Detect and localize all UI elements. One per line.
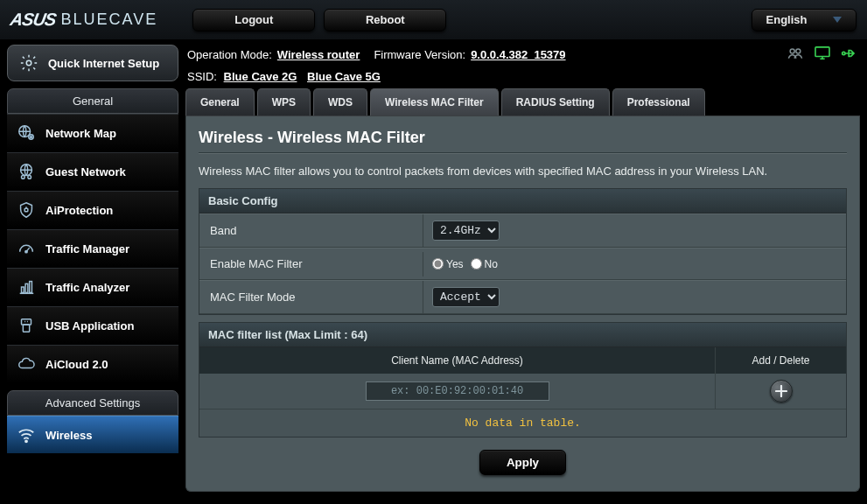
svg-point-1 [26,60,31,66]
fw-label: Firmware Version: [374,48,465,61]
usb-icon [16,315,37,336]
enable-mac-label: Enable MAC Filter [199,248,423,279]
ssid-label: SSID: [187,70,217,83]
svg-point-15 [25,440,27,442]
network-status-icon[interactable] [815,46,830,63]
svg-point-16 [790,49,794,53]
sidebar-item-network-map[interactable]: Network Map [7,114,178,152]
no-data-message: No data in table. [199,409,846,437]
globe-users-icon [16,161,37,182]
mac-input-row [199,374,846,409]
sidebar-item-traffic-analyzer[interactable]: Traffic Analyzer [7,268,178,306]
wifi-icon [16,424,37,445]
radio-no[interactable] [471,258,482,270]
filter-mode-select[interactable]: Accept [432,287,500,307]
ssid-2-link[interactable]: Blue Cave 5G [307,70,381,83]
svg-point-7 [28,176,31,179]
sidebar-item-wireless[interactable]: Wireless [7,416,178,454]
op-mode-link[interactable]: Wireless router [277,48,360,61]
enable-no-option[interactable]: No [471,258,498,270]
basic-config-title: Basic Config [199,189,846,214]
status-row: Operation Mode: Wireless router Firmware… [185,45,860,70]
tab-wireless-mac-filter[interactable]: Wireless MAC Filter [370,88,499,116]
reboot-button[interactable]: Reboot [324,9,446,32]
clients-icon[interactable] [787,46,804,63]
tab-wps[interactable]: WPS [257,88,311,116]
cloud-icon [16,354,37,374]
top-bar: ASUS BLUECAVE Logout Reboot English [0,0,867,39]
svg-rect-10 [22,287,24,292]
svg-rect-11 [25,284,28,292]
sidebar-item-label: Traffic Manager [45,242,129,256]
svg-point-4 [31,136,32,138]
page-title: Wireless - Wireless MAC Filter [199,129,847,147]
basic-config-section: Basic Config Band 2.4GHz Enable MAC Filt… [199,188,847,315]
mac-address-input[interactable] [366,382,549,401]
filter-mode-label: MAC Filter Mode [199,282,423,312]
sidebar-item-aiprotection[interactable]: AiProtection [7,191,178,229]
sidebar-item-label: Guest Network [45,165,126,178]
chart-icon [16,276,37,298]
language-label: English [766,13,808,26]
sidebar-item-label: Network Map [45,127,116,140]
page-description: Wireless MAC filter allows you to contro… [199,164,847,178]
op-mode-label: Operation Mode: [187,48,272,61]
advanced-menu: Wireless [7,416,178,454]
svg-rect-8 [24,208,28,212]
sidebar-item-aicloud[interactable]: AiCloud 2.0 [7,345,178,383]
quick-label: Quick Internet Setup [48,57,159,70]
sidebar-item-traffic-manager[interactable]: Traffic Manager [7,229,178,268]
sidebar-item-guest-network[interactable]: Guest Network [7,152,178,191]
gauge-icon [16,238,37,259]
svg-rect-18 [815,47,829,57]
ssid-1-link[interactable]: Blue Cave 2G [224,70,297,83]
row-band: Band 2.4GHz [199,214,846,248]
svg-marker-0 [833,17,842,23]
model-text: BLUECAVE [61,10,158,29]
band-label: Band [199,215,423,246]
general-section-title: General [7,88,178,114]
brand-text: ASUS [9,10,58,30]
add-button[interactable] [770,380,793,402]
row-enable-mac: Enable MAC Filter Yes No [199,248,846,280]
content: Operation Mode: Wireless router Firmware… [185,45,860,492]
divider [199,152,847,154]
fw-link[interactable]: 9.0.0.4.382_15379 [471,48,565,61]
svg-rect-12 [30,282,32,293]
advanced-section-title: Advanced Settings [7,390,178,416]
mac-list-header: Client Name (MAC Address) Add / Delete [199,347,846,374]
svg-point-6 [22,176,25,179]
gear-icon [18,52,39,74]
col-client-name: Client Name (MAC Address) [199,347,715,374]
tab-general[interactable]: General [185,88,255,116]
enable-yes-option[interactable]: Yes [432,258,464,270]
apply-button[interactable]: Apply [479,450,566,475]
logout-button[interactable]: Logout [192,9,315,32]
general-menu: Network Map Guest Network AiProtection T… [7,114,178,383]
tabs: General WPS WDS Wireless MAC Filter RADI… [185,88,860,116]
language-button[interactable]: English [752,9,857,32]
mac-list-title: MAC filter list (Max Limit : 64) [199,323,846,347]
main-panel: Wireless - Wireless MAC Filter Wireless … [185,116,860,492]
sidebar-item-label: Traffic Analyzer [45,281,129,294]
ssid-row: SSID: Blue Cave 2G Blue Cave 5G [185,70,860,88]
shield-icon [16,200,37,220]
mac-filter-list-section: MAC filter list (Max Limit : 64) Client … [199,322,847,438]
col-add-delete: Add / Delete [715,347,846,374]
tab-radius-setting[interactable]: RADIUS Setting [501,88,610,116]
svg-rect-14 [23,325,29,332]
tab-professional[interactable]: Professional [612,88,705,116]
sidebar-item-usb-application[interactable]: USB Application [7,306,178,345]
globe-pin-icon [16,122,37,144]
svg-point-19 [843,52,845,54]
usb-status-icon[interactable] [841,46,858,63]
radio-yes[interactable] [432,258,444,270]
sidebar-item-label: USB Application [45,319,134,332]
quick-internet-setup[interactable]: Quick Internet Setup [7,45,178,81]
row-filter-mode: MAC Filter Mode Accept [199,280,846,314]
sidebar: Quick Internet Setup General Network Map… [7,45,178,492]
tab-wds[interactable]: WDS [313,88,367,116]
band-select[interactable]: 2.4GHz [432,220,500,241]
chevron-down-icon [833,17,842,24]
svg-rect-13 [22,319,31,325]
